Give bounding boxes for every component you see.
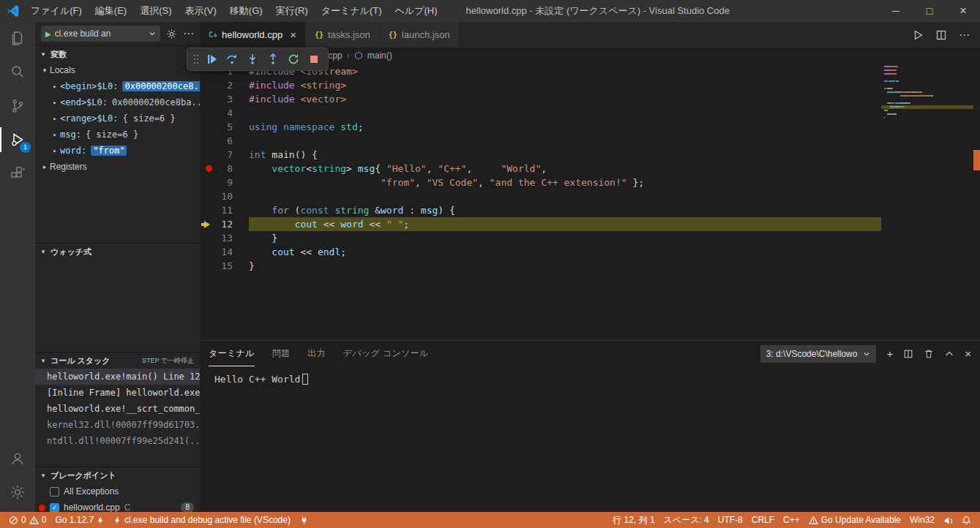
sidebar-item-search[interactable]: [0, 56, 35, 89]
start-debugging-icon[interactable]: ▶: [45, 30, 51, 38]
variable-row[interactable]: ▸<range>$L0:{ size=6 }: [35, 110, 200, 127]
breakpoint-row[interactable]: ✓helloworld.cppC8: [35, 499, 200, 512]
line-number[interactable]: 12: [221, 219, 233, 230]
gutter-row[interactable]: 11: [200, 203, 249, 217]
stack-frame[interactable]: ntdll.dll!00007ff99e25d241(...: [35, 433, 200, 449]
sidebar-item-source-control[interactable]: [0, 89, 35, 123]
line-number[interactable]: 6: [227, 135, 233, 146]
editor-scrollbar[interactable]: [973, 64, 980, 340]
minimap[interactable]: [881, 64, 973, 340]
gutter-row[interactable]: 4: [200, 106, 249, 120]
breakpoints-section-header[interactable]: ▾ ブレークポイント: [35, 467, 200, 483]
eol-status[interactable]: CRLF: [747, 512, 779, 528]
drag-handle[interactable]: [192, 50, 201, 69]
tab-launch-json[interactable]: {}launch.json: [380, 22, 460, 48]
panel-tab-ターミナル[interactable]: ターミナル: [209, 341, 255, 366]
gutter-row[interactable]: 2: [200, 78, 249, 92]
breakpoint-icon[interactable]: [206, 165, 212, 172]
panel-tab-問題[interactable]: 問題: [272, 341, 291, 366]
code-area[interactable]: #include <iostream>#include <string>#inc…: [249, 64, 881, 340]
go-update-status[interactable]: Go Update Available: [804, 512, 905, 528]
go-version-status[interactable]: Go 1.12.7: [51, 512, 109, 528]
variable-row[interactable]: ▸<begin>$L0:0x00000200ce8...: [35, 78, 200, 94]
gutter-row[interactable]: 14: [200, 245, 249, 259]
notifications-button[interactable]: [957, 512, 976, 528]
code-line[interactable]: #include <vector>: [249, 92, 881, 106]
menu-item-2[interactable]: 選択(S): [133, 0, 178, 22]
sidebar-item-run-debug[interactable]: 1: [0, 123, 35, 156]
breakpoint-checkbox[interactable]: ✓: [50, 503, 59, 513]
panel-tab-出力[interactable]: 出力: [307, 341, 326, 366]
menu-item-5[interactable]: 実行(R): [269, 0, 315, 22]
line-number[interactable]: 11: [221, 205, 233, 216]
line-number[interactable]: 2: [227, 80, 233, 91]
variables-group-locals[interactable]: ▾Locals: [35, 62, 200, 78]
sidebar-item-explorer[interactable]: [0, 22, 35, 56]
code-line[interactable]: [249, 134, 881, 148]
gutter-row[interactable]: 12: [200, 217, 249, 231]
variable-row[interactable]: ▸word:"from": [35, 143, 200, 159]
variable-row[interactable]: ▸msg:{ size=6 }: [35, 127, 200, 143]
code-line[interactable]: cout << endl;: [249, 245, 881, 259]
encoding-status[interactable]: UTF-8: [714, 512, 747, 528]
watch-section-header[interactable]: ▾ ウォッチ式: [35, 244, 200, 260]
gutter-row[interactable]: 15: [200, 259, 249, 273]
indentation-status[interactable]: スペース: 4: [659, 512, 714, 528]
sidebar-item-extensions[interactable]: [0, 156, 35, 190]
code-line[interactable]: for (const string &word : msg) {: [249, 203, 881, 217]
menu-item-7[interactable]: ヘルプ(H): [389, 0, 444, 22]
debug-port-status[interactable]: [295, 512, 313, 528]
code-line[interactable]: vector<string> msg{ "Hello", "C++", "Wor…: [249, 162, 881, 176]
code-line[interactable]: [249, 106, 881, 120]
debug-step-out-button[interactable]: [263, 50, 283, 69]
stack-frame[interactable]: helloworld.exe!__scrt_common_m: [35, 401, 200, 417]
tab-tasks-json[interactable]: {}tasks.json: [306, 22, 380, 48]
tab-helloworld-cpp[interactable]: C+helloworld.cpp×: [200, 22, 306, 48]
gutter-row[interactable]: 6: [200, 134, 249, 148]
close-panel-button[interactable]: ×: [965, 349, 971, 359]
debug-step-into-button[interactable]: [243, 50, 262, 69]
more-actions-button[interactable]: ⋯: [183, 30, 194, 37]
code-line[interactable]: }: [249, 231, 881, 245]
kill-terminal-button[interactable]: [924, 349, 934, 359]
menu-item-0[interactable]: ファイル(F): [24, 0, 89, 22]
line-number[interactable]: 15: [221, 260, 233, 271]
run-button[interactable]: [912, 29, 924, 41]
line-number[interactable]: 9: [227, 177, 233, 188]
line-number[interactable]: 14: [221, 246, 233, 257]
minimize-button[interactable]: ─: [879, 0, 913, 22]
account-button[interactable]: [0, 442, 35, 475]
gutter-row[interactable]: 5: [200, 120, 249, 134]
code-line[interactable]: using namespace std;: [249, 120, 881, 134]
stack-frame[interactable]: helloworld.exe!main() Line 12: [35, 369, 200, 385]
code-line[interactable]: }: [249, 259, 881, 273]
code-line[interactable]: #include <iostream>: [249, 64, 881, 78]
gutter-row[interactable]: 9: [200, 176, 249, 189]
menu-item-3[interactable]: 表示(V): [179, 0, 223, 22]
feedback-button[interactable]: [939, 512, 957, 528]
line-number[interactable]: 5: [227, 121, 233, 132]
breakpoint-row[interactable]: All Exceptions: [35, 483, 200, 499]
menu-item-4[interactable]: 移動(G): [223, 0, 269, 22]
terminal[interactable]: Hello C++ World: [200, 366, 980, 512]
stack-frame[interactable]: [Inline Frame] helloworld.exe!: [35, 385, 200, 401]
editor-gutter[interactable]: 123456789101112131415: [200, 64, 249, 340]
terminal-picker-dropdown[interactable]: 3: d:\VScode\C\hellowo: [760, 345, 877, 363]
problems-status[interactable]: 0 0: [4, 512, 51, 528]
breadcrumb-symbol[interactable]: main(): [367, 50, 392, 61]
debug-continue-button[interactable]: [202, 50, 221, 69]
new-terminal-button[interactable]: +: [886, 349, 893, 359]
gutter-row[interactable]: 10: [200, 189, 249, 203]
line-number[interactable]: 10: [221, 191, 233, 202]
line-number[interactable]: 7: [227, 149, 233, 160]
debug-gear-button[interactable]: [166, 29, 177, 39]
language-mode-status[interactable]: C++: [779, 512, 804, 528]
close-icon[interactable]: ×: [290, 29, 296, 41]
gutter-row[interactable]: 3: [200, 92, 249, 106]
menu-item-1[interactable]: 編集(E): [89, 0, 133, 22]
code-line[interactable]: #include <string>: [249, 78, 881, 92]
line-number[interactable]: 3: [227, 94, 233, 105]
call-stack-section-header[interactable]: ▾ コール スタック STEP で一時停止: [35, 352, 200, 369]
line-number[interactable]: 8: [227, 163, 233, 174]
line-number[interactable]: 13: [221, 233, 233, 244]
